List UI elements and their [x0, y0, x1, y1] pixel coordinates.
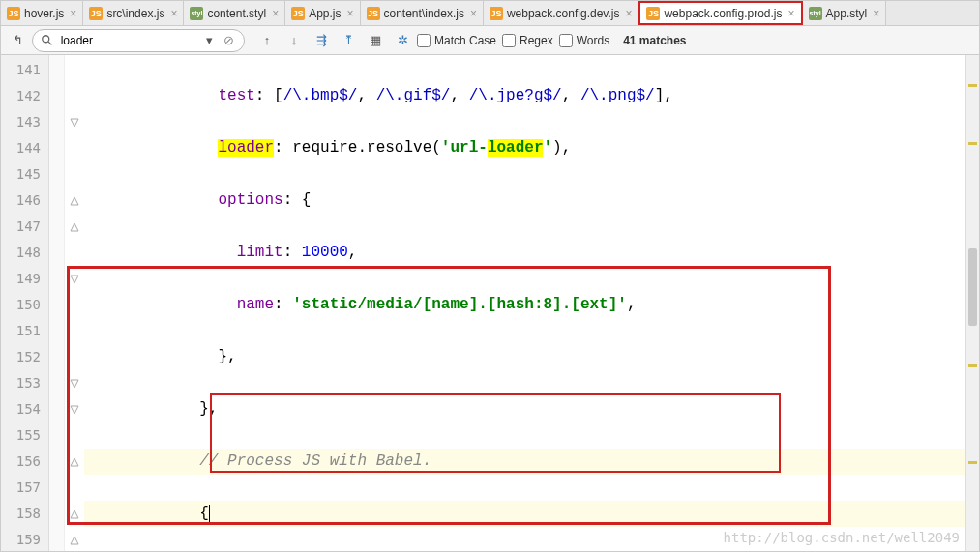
tab-hover-js[interactable]: JS hover.js × [1, 1, 83, 25]
fold-toggle[interactable] [65, 449, 84, 475]
fold-toggle[interactable] [65, 370, 84, 396]
line-numbers: 141 142 143 144 145 146 147 148 149 150 … [1, 55, 49, 551]
tab-app-styl[interactable]: styl App.styl × [803, 1, 887, 25]
fold-strip [65, 55, 84, 551]
history-icon[interactable]: ▾ [202, 32, 217, 49]
regex-checkbox[interactable]: Regex [502, 34, 553, 47]
js-icon: JS [7, 7, 20, 20]
svg-point-0 [43, 35, 49, 42]
find-bar: ↰ ▾ ⊘ ↑ ↓ ⇶ ⤒ ▦ ✲ Match Case Regex Wor [1, 26, 979, 55]
close-icon[interactable]: × [625, 7, 632, 20]
tab-label: App.styl [826, 7, 868, 20]
fold-toggle[interactable] [65, 396, 84, 422]
match-case-input[interactable] [417, 34, 431, 47]
js-icon: JS [291, 7, 305, 20]
tab-content-styl[interactable]: styl content.styl × [184, 1, 285, 25]
tab-label: webpack.config.dev.js [507, 7, 620, 20]
regex-input[interactable] [502, 34, 516, 47]
tab-label: content.styl [207, 7, 266, 20]
words-checkbox[interactable]: Words [559, 34, 609, 47]
clear-search-icon[interactable]: ⊘ [222, 32, 236, 49]
filter-icon[interactable]: ▦ [367, 32, 384, 49]
match-case-checkbox[interactable]: Match Case [417, 34, 496, 47]
fold-gutter [49, 55, 65, 551]
close-icon[interactable]: × [788, 7, 795, 20]
add-selection-icon[interactable]: ⤒ [340, 32, 357, 49]
tab-label: App.js [309, 7, 341, 20]
tab-label: src\index.js [106, 7, 164, 20]
close-icon[interactable]: × [347, 7, 354, 20]
tab-content-index-js[interactable]: JS content\index.js × [361, 1, 484, 25]
close-icon[interactable]: × [170, 7, 177, 20]
fold-toggle[interactable] [65, 527, 84, 551]
match-count: 41 matches [623, 34, 686, 47]
editor: 141 142 143 144 145 146 147 148 149 150 … [1, 55, 979, 551]
next-match-icon[interactable]: ↓ [285, 32, 303, 49]
close-icon[interactable]: × [470, 7, 477, 20]
scroll-thumb[interactable] [968, 248, 977, 326]
fold-toggle[interactable] [65, 501, 84, 527]
select-all-icon[interactable]: ⇶ [312, 32, 330, 49]
svg-line-1 [48, 41, 52, 44]
search-field-wrap: ▾ ⊘ [32, 29, 245, 52]
search-icon [41, 32, 55, 49]
search-actions: ↑ ↓ ⇶ ⤒ ▦ ✲ [258, 32, 411, 49]
tab-app-js[interactable]: JS App.js × [285, 1, 360, 25]
js-icon: JS [367, 7, 380, 20]
fold-toggle[interactable] [65, 188, 84, 214]
close-icon[interactable]: × [873, 7, 879, 20]
fold-toggle[interactable] [65, 109, 84, 135]
back-icon[interactable]: ↰ [9, 32, 26, 49]
close-icon[interactable]: × [272, 7, 279, 20]
close-icon[interactable]: × [70, 7, 76, 20]
styl-icon: styl [809, 7, 822, 20]
tab-label: hover.js [24, 7, 64, 20]
js-icon: JS [646, 7, 660, 20]
prev-match-icon[interactable]: ↑ [258, 32, 276, 49]
tab-label: content\index.js [384, 7, 464, 20]
tab-label: webpack.config.prod.js [664, 7, 782, 20]
styl-icon: styl [190, 7, 203, 20]
tab-src-index-js[interactable]: JS src\index.js × [83, 1, 184, 25]
js-icon: JS [490, 7, 503, 20]
js-icon: JS [89, 7, 103, 20]
words-input[interactable] [559, 34, 573, 47]
search-input[interactable] [61, 34, 196, 47]
fold-toggle[interactable] [65, 266, 84, 292]
fold-toggle[interactable] [65, 214, 84, 240]
tab-webpack-dev[interactable]: JS webpack.config.dev.js × [484, 1, 639, 25]
tab-webpack-prod[interactable]: JS webpack.config.prod.js × [638, 1, 802, 25]
editor-tabs: JS hover.js × JS src\index.js × styl con… [1, 1, 979, 26]
vertical-scrollbar[interactable] [965, 55, 979, 551]
settings-icon[interactable]: ✲ [394, 32, 411, 49]
code-area[interactable]: test: [/\.bmp$/, /\.gif$/, /\.jpe?g$/, /… [84, 55, 965, 551]
